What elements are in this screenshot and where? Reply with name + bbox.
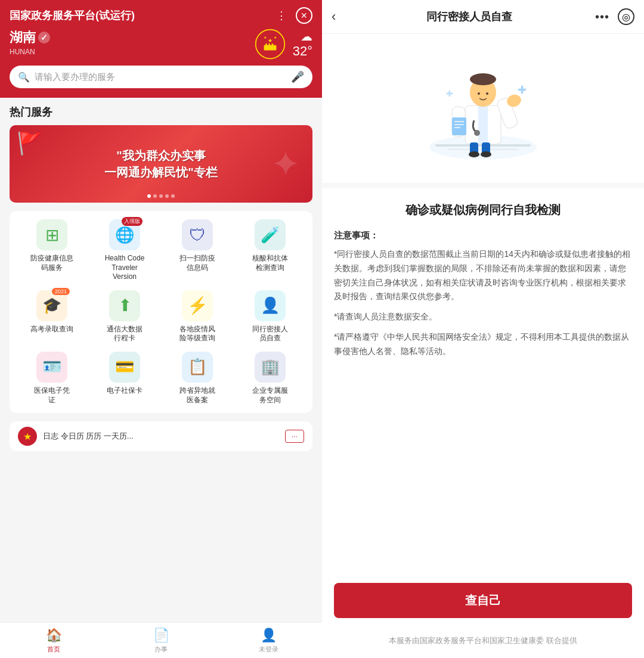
search-icon: 🔍 [18,72,30,83]
dot-1 [147,194,151,198]
note-text-1: *同行密接人员自查的数据范围截止当前日期的14天内和确诊或疑似患者接触的相关数据… [334,247,632,304]
action-button-area: 查自己 [322,573,644,628]
contact-label: 同行密接人员自查 [252,325,288,343]
svg-point-28 [469,151,479,157]
note-text-3: *请严格遵守《中华人民共和国网络安全法》规定，不得利用本工具提供的数据从事侵害他… [334,330,632,359]
travel-icon: ⬆ [109,290,140,321]
healthcode-badge: 入境版 [122,217,143,226]
banner-text: "我为群众办实事一网通办解民忧"专栏 [104,147,217,181]
left-header: 国家政务服务平台(试运行) ⋮ ✕ 湖南 ✓ HUNAN [0,0,322,98]
svg-point-29 [481,151,491,157]
enterprise-icon-symbol: 🏢 [261,358,280,376]
service-yibao[interactable]: 🪪 医保电子凭证 [19,352,85,405]
weather-icon: ☁ [293,29,312,44]
scan-icon-symbol: 🛡 [189,225,206,245]
healthcode-icon: 🌐 入境版 [109,219,140,250]
services-row-2: 🎓 2021 高考录取查询 ⬆ 通信大数据行程卡 ⚡ 各地疫情风险等级查询 [16,290,306,343]
shebao-icon-symbol: 💳 [115,358,134,376]
right-header-actions: ••• ◎ [595,8,634,25]
dot-5 [171,194,175,198]
services-grid: ⊞ 防疫健康信息码服务 🌐 入境版 Health CodeTravelerVer… [10,211,312,413]
mic-icon[interactable]: 🎤 [291,70,304,83]
svg-point-30 [478,92,480,95]
illustration-area: ✚ ✚ [322,34,644,183]
note-text-2: *请查询人员注意数据安全。 [334,310,632,324]
nav-user[interactable]: 👤 未登录 [215,623,322,658]
scan-label: 扫一扫防疫信息码 [179,254,215,272]
back-button[interactable]: ‹ [332,9,336,24]
service-scan[interactable]: 🛡 扫一扫防疫信息码 [165,219,230,282]
service-enterprise[interactable]: 🏢 企业专属服务空间 [237,352,303,405]
hsjc-label: 核酸和抗体检测查询 [252,254,288,272]
service-fyjkm[interactable]: ⊞ 防疫健康信息码服务 [19,219,85,282]
search-placeholder: 请输入要办理的服务 [35,72,286,83]
svg-rect-23 [454,127,460,128]
right-header: ‹ 同行密接人员自查 ••• ◎ [322,0,644,34]
main-title: 确诊或疑似病例同行自我检测 [334,202,632,218]
service-yibei[interactable]: 📋 跨省异地就医备案 [165,352,230,405]
fyjkm-icon: ⊞ [36,219,67,250]
location-check-icon: ✓ [38,32,50,44]
close-button[interactable]: ✕ [296,7,312,24]
more-options-button[interactable]: ••• [595,10,609,24]
app-title: 国家政务服务平台(试运行) [10,8,135,23]
banner[interactable]: 🚩 "我为群众办实事一网通办解民忧"专栏 ✦ [10,125,312,203]
hot-services-title: 热门服务 [10,105,312,119]
svg-text:✚: ✚ [518,84,527,96]
svg-rect-3 [265,44,267,45]
more-button[interactable]: ⋮ [273,7,290,24]
enterprise-label: 企业专属服务空间 [252,386,288,405]
banner-dots [147,194,175,198]
search-bar[interactable]: 🔍 请输入要办理的服务 🎤 [10,66,312,88]
temperature: 32° [293,44,312,59]
nav-tasks[interactable]: 📄 办事 [107,623,215,658]
travel-icon-symbol: ⬆ [118,296,132,315]
left-panel: 国家政务服务平台(试运行) ⋮ ✕ 湖南 ✓ HUNAN [0,0,322,658]
healthcode-label: Health CodeTravelerVersion [105,254,145,282]
notes-section: 注意事项： *同行密接人员自查的数据范围截止当前日期的14天内和确诊或疑似患者接… [334,230,632,359]
service-risk[interactable]: ⚡ 各地疫情风险等级查询 [165,290,230,343]
gaokao-label: 高考录取查询 [30,325,73,334]
yibao-icon: 🪪 [36,352,67,383]
user-label: 未登录 [259,645,278,654]
svg-rect-13 [478,105,488,144]
bottom-nav: 🏠 首页 📄 办事 👤 未登录 [0,622,322,658]
risk-label: 各地疫情风险等级查询 [179,325,215,343]
yibei-icon-symbol: 📋 [188,358,207,376]
hsjc-icon-symbol: 🧪 [261,226,280,244]
service-gaokao[interactable]: 🎓 2021 高考录取查询 [19,290,85,343]
location-info: 湖南 ✓ HUNAN [10,29,50,56]
hsjc-icon: 🧪 [255,219,286,250]
svg-point-31 [486,92,488,95]
shebao-label: 电子社保卡 [107,386,143,396]
shebao-icon: 💳 [109,352,140,383]
service-hsjc[interactable]: 🧪 核酸和抗体检测查询 [237,219,303,282]
enterprise-icon: 🏢 [255,352,286,383]
self-check-button[interactable]: 查自己 [334,583,632,618]
preview-text: 日志 令日历 历历 一天历... [43,431,279,442]
svg-rect-2 [264,45,276,51]
service-travel[interactable]: ⬆ 通信大数据行程卡 [92,290,157,343]
user-icon: 👤 [261,628,277,643]
preview-emblem: ★ [18,427,37,446]
fyjkm-label: 防疫健康信息码服务 [30,254,73,272]
services-row-3: 🪪 医保电子凭证 💳 电子社保卡 📋 跨省异地就医备案 [16,352,306,405]
target-button[interactable]: ◎ [618,8,634,25]
right-body: ✚ ✚ 确诊或疑似病例同行自我检测 注意事项： *同行密接人员自查的数据范围截止… [322,34,644,658]
gaokao-badge: 2021 [52,288,70,295]
nav-home[interactable]: 🏠 首页 [0,623,107,658]
service-healthcode[interactable]: 🌐 入境版 Health CodeTravelerVersion [92,219,157,282]
service-shebao[interactable]: 💳 电子社保卡 [92,352,157,405]
location-sub: HUNAN [10,48,50,56]
svg-text:★: ★ [264,36,267,39]
svg-point-16 [474,130,480,136]
dot-4 [165,194,169,198]
service-contact[interactable]: 👤 同行密接人员自查 [237,290,303,343]
preview-button[interactable]: ··· [285,430,304,443]
svg-rect-5 [271,44,273,45]
svg-rect-4 [268,44,270,45]
yibei-label: 跨省异地就医备案 [179,386,215,405]
yibao-label: 医保电子凭证 [34,386,70,405]
banner-flag: 🚩 [17,131,44,156]
bottom-preview[interactable]: ★ 日志 令日历 历历 一天历... ··· [10,421,312,451]
